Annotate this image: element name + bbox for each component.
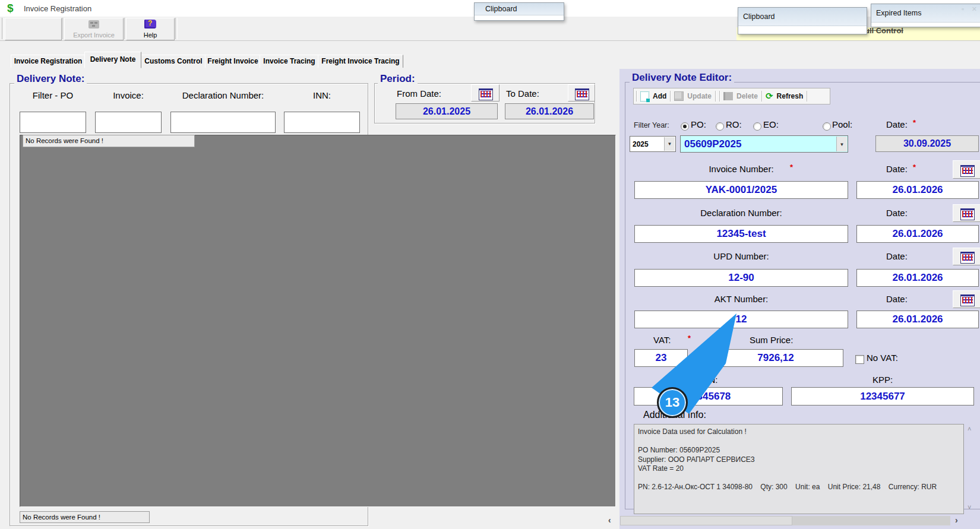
vat-field[interactable]: 23 bbox=[634, 349, 688, 367]
chevron-down-icon[interactable]: ▼ bbox=[664, 137, 675, 151]
export-invoice-icon bbox=[88, 20, 99, 28]
scrollbar-thumb[interactable] bbox=[620, 516, 792, 525]
scroll-down-icon[interactable]: ˅ bbox=[968, 503, 971, 511]
main-date-value: 30.09.2025 bbox=[875, 135, 979, 152]
upd-number-label: UPD Number: bbox=[634, 251, 848, 261]
clipboard-window-1-titlebar[interactable]: Clipboard bbox=[475, 3, 564, 15]
tab-invoice-registration[interactable]: Invoice Registration bbox=[11, 55, 86, 68]
scroll-up-icon[interactable]: ˄ bbox=[968, 425, 971, 432]
akt-date-calendar-button[interactable] bbox=[953, 290, 980, 308]
update-button[interactable]: Update bbox=[687, 92, 712, 100]
chevron-down-icon[interactable]: ▼ bbox=[836, 137, 847, 151]
upd-date-calendar-button[interactable] bbox=[953, 248, 980, 265]
delete-icon bbox=[723, 92, 733, 100]
refresh-button[interactable]: Refresh bbox=[777, 92, 804, 100]
declaration-date-label: Date: bbox=[886, 208, 908, 218]
radio-po[interactable] bbox=[681, 122, 689, 131]
no-vat-checkbox[interactable] bbox=[855, 355, 864, 364]
akt-number-field[interactable]: 12 bbox=[634, 311, 848, 328]
kpp-field[interactable]: 12345677 bbox=[791, 387, 974, 406]
update-icon bbox=[674, 91, 684, 101]
app-title: Invoice Registration bbox=[24, 4, 91, 13]
export-invoice-button[interactable]: Export Invoice bbox=[64, 18, 124, 40]
inn-label: INN: bbox=[634, 375, 783, 385]
declaration-number-label: Declaration Number: bbox=[634, 208, 848, 218]
tab-freight-invoice[interactable]: Freight Invoice bbox=[205, 55, 261, 68]
kpp-label: KPP: bbox=[791, 375, 974, 385]
required-asterisk: * bbox=[913, 163, 916, 172]
add-button[interactable]: Add bbox=[653, 92, 666, 100]
toolbar-separator bbox=[636, 91, 637, 102]
akt-date-field[interactable]: 26.01.2026 bbox=[856, 311, 979, 328]
clipboard-window-1[interactable]: Clipboard bbox=[474, 2, 564, 21]
calendar-icon bbox=[575, 88, 589, 100]
scroll-left-icon[interactable]: ‹ bbox=[608, 515, 611, 525]
po-value: 05609P2025 bbox=[684, 138, 741, 150]
inn-filter-input[interactable] bbox=[284, 112, 360, 133]
close-icon[interactable]: ✕ bbox=[972, 5, 977, 13]
po-combobox[interactable]: 05609P2025 ▼ bbox=[680, 135, 848, 153]
sum-price-field[interactable]: 7926,12 bbox=[708, 349, 843, 367]
refresh-icon: ⟳ bbox=[766, 92, 773, 100]
declaration-filter-input[interactable] bbox=[170, 112, 276, 133]
declaration-date-calendar-button[interactable] bbox=[953, 204, 980, 222]
toolbar-separator bbox=[670, 91, 671, 102]
upd-number-field[interactable]: 12-90 bbox=[634, 269, 848, 287]
invoice-date-field[interactable]: 26.01.2026 bbox=[856, 181, 979, 199]
scroll-right-icon[interactable]: › bbox=[955, 515, 958, 525]
upd-date-label: Date: bbox=[886, 251, 908, 261]
expired-items-window[interactable]: Expired Items ▫ ✕ bbox=[871, 4, 980, 27]
inn-field[interactable]: 12345678 bbox=[634, 387, 783, 406]
tab-customs-control[interactable]: Customs Control bbox=[141, 55, 206, 68]
radio-ro-label: RO: bbox=[726, 119, 742, 129]
clipboard-window-2[interactable]: Clipboard bbox=[738, 7, 867, 34]
declaration-number-field[interactable]: 12345-test bbox=[634, 225, 848, 243]
filter-po-input[interactable] bbox=[20, 112, 86, 133]
help-book-icon: ? bbox=[144, 20, 156, 28]
tab-freight-invoice-tracing[interactable]: Freight Invoice Tracing bbox=[318, 55, 403, 68]
maximize-icon[interactable]: ▫ bbox=[962, 5, 964, 12]
akt-number-label: AKT Number: bbox=[634, 294, 848, 304]
year-combobox[interactable]: 2025 ▼ bbox=[630, 136, 676, 152]
toolbar-separator bbox=[175, 18, 178, 39]
delivery-note-grid[interactable] bbox=[20, 135, 616, 507]
invoice-number-label: Invoice Number: bbox=[634, 164, 848, 174]
invoice-filter-input[interactable] bbox=[95, 112, 162, 133]
required-asterisk: * bbox=[913, 118, 916, 127]
no-vat-label: No VAT: bbox=[867, 353, 898, 363]
filter-year-label: Filter Year: bbox=[634, 121, 669, 129]
radio-eo-label: EO: bbox=[763, 119, 779, 129]
radio-po-label: PO: bbox=[691, 119, 706, 129]
declaration-date-field[interactable]: 26.01.2026 bbox=[856, 225, 979, 243]
invoice-number-field[interactable]: YAK-0001/2025 bbox=[634, 181, 848, 199]
to-date-calendar-button[interactable] bbox=[568, 84, 595, 102]
radio-ro[interactable] bbox=[716, 122, 724, 131]
radio-pool[interactable] bbox=[823, 122, 831, 131]
upd-date-field[interactable]: 26.01.2026 bbox=[856, 269, 979, 287]
to-date-value: 26.01.2026 bbox=[505, 103, 594, 119]
toolbar-separator bbox=[807, 91, 807, 102]
to-date-label: To Date: bbox=[506, 88, 539, 99]
export-invoice-label: Export Invoice bbox=[65, 31, 123, 39]
from-date-label: From Date: bbox=[397, 88, 441, 99]
help-label: Help bbox=[127, 31, 174, 39]
delete-button[interactable]: Delete bbox=[736, 92, 758, 100]
vat-label: VAT: bbox=[653, 335, 671, 345]
from-date-calendar-button[interactable] bbox=[471, 84, 500, 102]
help-button[interactable]: ? Help bbox=[126, 18, 175, 40]
editor-toolbar: Add Update Delete ⟳ Refresh bbox=[633, 88, 830, 104]
toolbar-separator bbox=[719, 91, 720, 102]
clipboard-window-2-titlebar[interactable]: Clipboard bbox=[738, 8, 867, 26]
no-records-banner-bottom: No Records were Found ! bbox=[20, 511, 150, 523]
toolbar-separator bbox=[2, 18, 4, 39]
tab-invoice-tracing[interactable]: Invoice Tracing bbox=[260, 55, 319, 68]
horizontal-scrollbar[interactable] bbox=[620, 516, 950, 525]
additional-info-textarea[interactable]: Invoice Data used for Calculation ! PO N… bbox=[634, 424, 964, 514]
calendar-icon bbox=[479, 88, 493, 100]
blank-toolbar-button[interactable] bbox=[5, 18, 62, 40]
invoice-date-calendar-button[interactable] bbox=[953, 160, 980, 179]
tab-delivery-note[interactable]: Delivery Note bbox=[84, 52, 141, 68]
radio-pool-label: Pool: bbox=[832, 119, 852, 129]
period-title: Period: bbox=[378, 73, 418, 85]
radio-eo[interactable] bbox=[753, 122, 761, 131]
